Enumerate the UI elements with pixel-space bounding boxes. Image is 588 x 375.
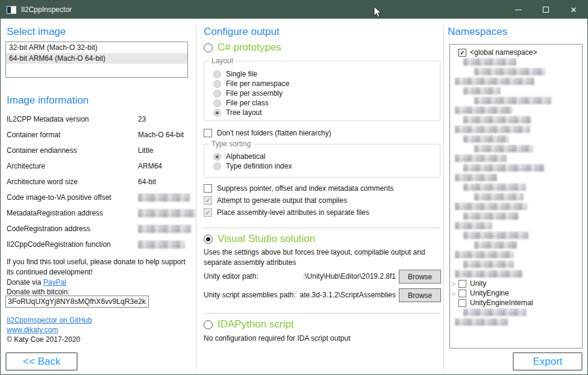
radio-file-per-class[interactable]	[213, 99, 221, 107]
redacted-namespace	[474, 193, 524, 200]
namespace-row[interactable]	[450, 250, 582, 259]
expand-arrow-icon[interactable]: ▷	[450, 291, 458, 296]
namespace-row[interactable]	[450, 76, 582, 86]
checkbox[interactable]	[204, 184, 212, 193]
redacted-namespace	[455, 155, 507, 162]
export-button[interactable]: Export	[513, 352, 583, 371]
namespace-row[interactable]	[450, 211, 582, 221]
namespace-row[interactable]: ✓<global namespace>	[450, 48, 582, 57]
radio-file-per-namespace[interactable]	[213, 80, 221, 88]
idapython-radio[interactable]	[204, 320, 213, 329]
unity-editor-path-value[interactable]: :\Unity\Hub\Editor\2019.2.8f1	[284, 272, 396, 280]
mouse-cursor	[374, 6, 382, 18]
unity-script-path-value[interactable]: ate.3d-3.1.2\ScriptAssemblies	[284, 291, 396, 299]
expand-arrow-icon[interactable]: ▷	[450, 281, 458, 287]
window-title: Il2CppInspector	[21, 5, 72, 14]
close-icon: ✕	[571, 6, 577, 14]
vs-solution-description: Uses the settings above but forces tree …	[204, 247, 440, 268]
checkbox-option[interactable]: ✓Place assembly-level attributes in sepa…	[204, 208, 369, 217]
radio-option[interactable]: Type definition index	[213, 161, 440, 171]
namespace-checkbox[interactable]	[458, 280, 466, 288]
browse-editor-path-button[interactable]: Browse	[399, 270, 441, 284]
type-sorting-group-title: Type sorting	[209, 140, 253, 148]
image-info-table: IL2CPP Metadata version23Container forma…	[7, 115, 191, 256]
namespace-row[interactable]	[450, 182, 582, 192]
idapython-option[interactable]: IDAPython script	[204, 318, 294, 330]
select-image-heading: Select image	[7, 26, 66, 38]
radio-dot	[216, 73, 219, 76]
radio-option[interactable]: File per assembly	[213, 88, 440, 98]
idapython-description: No configuration required for IDA script…	[204, 334, 350, 342]
dont-nest-checkbox[interactable]	[204, 129, 212, 137]
radio-label: Alphabetical	[226, 152, 265, 161]
radio-option[interactable]: File per class	[213, 98, 440, 108]
vs-solution-option[interactable]: Visual Studio solution	[204, 233, 315, 245]
namespace-row[interactable]	[450, 173, 582, 182]
csharp-prototypes-option[interactable]: C# prototypes	[204, 42, 281, 54]
back-button[interactable]: << Back	[5, 352, 78, 371]
radio-tree-layout[interactable]	[213, 109, 221, 117]
radio-single-file[interactable]	[213, 70, 221, 78]
namespace-row[interactable]	[450, 163, 582, 173]
radio-alphabetical[interactable]	[213, 153, 221, 161]
namespace-row[interactable]	[450, 221, 582, 231]
radio-option[interactable]: File per namespace	[213, 79, 440, 88]
close-button[interactable]: ✕	[560, 1, 587, 19]
paypal-link[interactable]: PayPal	[43, 278, 66, 287]
vs-solution-radio[interactable]	[204, 235, 213, 244]
image-listbox[interactable]: 32-bit ARM (Mach-O 32-bit)64-bit ARM64 (…	[5, 42, 188, 78]
namespace-row[interactable]	[450, 153, 582, 163]
redacted-value	[138, 225, 191, 233]
app-window: Il2CppInspector ✕ Select image 32-bit AR…	[0, 0, 588, 375]
namespace-checkbox[interactable]	[458, 299, 466, 307]
minimize-button[interactable]	[504, 1, 532, 19]
namespace-row[interactable]	[450, 115, 582, 125]
info-value: Mach-O 64-bit	[138, 131, 184, 139]
namespace-row[interactable]: ▷Unity	[450, 279, 582, 288]
browse-script-path-button[interactable]: Browse	[399, 288, 441, 302]
redacted-namespace	[455, 251, 514, 258]
namespace-row[interactable]	[450, 105, 582, 115]
namespace-checkbox[interactable]: ✓	[458, 49, 466, 57]
copyright-text: © Katy Coe 2017-2020	[7, 335, 80, 344]
radio-option[interactable]: Tree layout	[213, 108, 440, 117]
checkbox[interactable]: ✓	[204, 196, 212, 205]
csharp-radio[interactable]	[204, 43, 213, 52]
radio-option[interactable]: Single file	[213, 69, 440, 79]
namespace-row[interactable]	[450, 308, 582, 317]
list-item[interactable]: 64-bit ARM64 (Mach-O 64-bit)	[6, 53, 187, 64]
namespace-row[interactable]: UnityEngineInternal	[450, 298, 582, 308]
namespace-row[interactable]	[450, 144, 582, 153]
namespace-row[interactable]	[450, 317, 582, 327]
github-link[interactable]: Il2CppInspector on GitHub	[7, 316, 92, 324]
namespace-row[interactable]	[450, 86, 582, 96]
checkbox[interactable]: ✓	[204, 208, 212, 217]
info-label: Container format	[7, 131, 60, 139]
namespace-row[interactable]: ▷UnityEngine	[450, 288, 582, 298]
redacted-namespace	[455, 270, 522, 277]
dont-nest-option[interactable]: Don't nest folders (flatten hierarchy)	[204, 128, 331, 138]
namespace-checkbox[interactable]	[458, 290, 466, 297]
namespace-row[interactable]	[450, 96, 582, 105]
namespace-row[interactable]	[450, 269, 582, 279]
namespace-row[interactable]	[450, 125, 582, 134]
checkbox-option[interactable]: Suppress pointer, offset and index metad…	[204, 184, 393, 193]
radio-option[interactable]: Alphabetical	[213, 152, 440, 161]
namespace-row[interactable]	[450, 67, 582, 76]
namespace-row[interactable]	[450, 240, 582, 250]
website-link[interactable]: www.djkaty.com	[7, 326, 58, 334]
radio-file-per-assembly[interactable]	[213, 90, 221, 98]
list-item[interactable]: 32-bit ARM (Mach-O 32-bit)	[6, 42, 187, 53]
namespace-row[interactable]	[450, 231, 582, 240]
namespace-row[interactable]	[450, 134, 582, 144]
namespace-row[interactable]	[450, 192, 582, 202]
radio-type-definition-index[interactable]	[213, 163, 221, 170]
vs-solution-label: Visual Studio solution	[217, 233, 315, 245]
checkbox-option[interactable]: ✓Attempt to generate output that compile…	[204, 196, 347, 205]
namespace-row[interactable]	[450, 259, 582, 269]
namespace-row[interactable]	[450, 57, 582, 67]
namespace-row[interactable]	[450, 202, 582, 211]
bitcoin-address-input[interactable]	[5, 296, 149, 308]
maximize-button[interactable]	[532, 1, 560, 19]
namespaces-list[interactable]: ✓<global namespace>▷Unity▷UnityEngineUni…	[449, 44, 583, 349]
